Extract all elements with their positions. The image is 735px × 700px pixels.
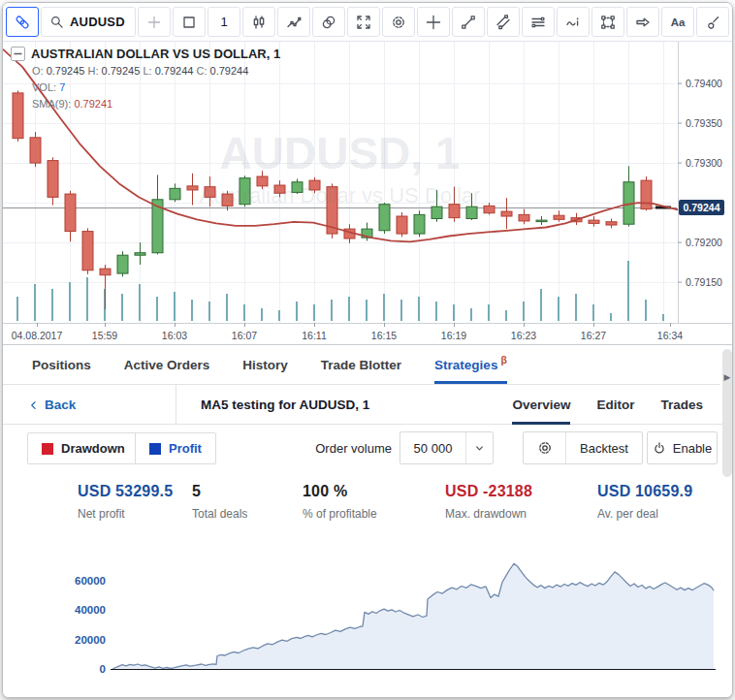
stat-label: Max. drawdown xyxy=(445,507,532,521)
sma-label: SMA(9): xyxy=(32,98,71,110)
add-button[interactable] xyxy=(138,7,171,37)
volume-bar xyxy=(592,304,594,321)
low-value: 0.79244 xyxy=(155,65,194,77)
tab-history[interactable]: History xyxy=(242,345,288,384)
panel-scrollbar[interactable]: ▶ xyxy=(722,349,732,477)
symbol-search-box[interactable]: AUDUSD xyxy=(41,7,136,37)
volume-bar xyxy=(645,300,647,321)
arrow-button[interactable] xyxy=(626,7,659,37)
interval-button[interactable]: 1 xyxy=(208,7,240,37)
volume-bar xyxy=(366,300,368,321)
volume-bar xyxy=(435,302,437,321)
candle xyxy=(187,186,198,190)
collapse-legend-button[interactable] xyxy=(11,47,25,61)
volume-bar xyxy=(34,284,36,321)
parallel-channel-button[interactable] xyxy=(487,7,520,37)
horizontal-lines-button[interactable] xyxy=(522,7,555,37)
link-button[interactable] xyxy=(6,7,39,37)
stat-total-deals: 5Total deals xyxy=(192,483,247,521)
chevron-left-icon xyxy=(28,399,40,411)
compare-button[interactable] xyxy=(312,7,345,37)
price-chart-section[interactable]: AUDUSD, 1 Australian Dollar vs US Dollar… xyxy=(3,42,733,344)
text-button[interactable]: Aa xyxy=(661,7,694,37)
crosshair-icon xyxy=(426,15,441,30)
trend-line-button[interactable] xyxy=(452,7,485,37)
strategy-subtabs: OverviewEditorTrades xyxy=(512,385,703,425)
settings-icon xyxy=(391,15,406,30)
volume-bar xyxy=(261,308,263,321)
close-label: C: xyxy=(196,65,207,77)
stat-av-per-deal: USD 10659.9Av. per deal xyxy=(597,483,692,521)
candle xyxy=(606,222,617,225)
volume-bar xyxy=(331,300,333,321)
enable-button[interactable]: Enable xyxy=(647,431,718,464)
back-button[interactable]: Back xyxy=(28,385,76,425)
time-axis-label: 16:03 xyxy=(162,330,187,341)
candle xyxy=(30,138,41,163)
time-axis-label: 16:34 xyxy=(657,330,683,341)
subtab-trades[interactable]: Trades xyxy=(660,385,703,425)
candle xyxy=(100,269,111,275)
back-label: Back xyxy=(45,398,76,412)
equity-axis-label: 40000 xyxy=(75,604,106,616)
candle xyxy=(205,187,215,198)
volume-bar xyxy=(627,261,629,321)
candle xyxy=(222,194,233,206)
annotation-button[interactable] xyxy=(557,7,590,37)
settings-button[interactable] xyxy=(382,7,415,37)
crosshair-button[interactable] xyxy=(417,7,450,37)
strategy-settings-button[interactable] xyxy=(524,432,566,463)
brush-button[interactable] xyxy=(696,7,729,37)
candle xyxy=(641,180,652,209)
link-icon xyxy=(15,15,30,30)
sma-row: SMA(9): 0.79241 xyxy=(32,97,280,111)
profit-chip-label: Profit xyxy=(169,441,202,456)
time-axis-label: 16:11 xyxy=(302,330,327,341)
order-volume-select[interactable]: 50 000 xyxy=(399,431,494,464)
open-label: O: xyxy=(32,65,44,77)
fullscreen-icon xyxy=(356,15,371,30)
candle xyxy=(449,205,460,218)
candlesticks-button[interactable] xyxy=(242,7,275,37)
backtest-button[interactable]: Backtest xyxy=(566,432,642,463)
tab-positions[interactable]: Positions xyxy=(32,345,91,384)
candle xyxy=(501,211,512,216)
stat-value: 100 % xyxy=(303,483,377,500)
volume-bar xyxy=(313,304,315,321)
drawdown-chip-label: Drawdown xyxy=(61,441,125,456)
series-toggle-profit[interactable]: Profit xyxy=(135,432,216,464)
series-toggle-drawdown[interactable]: Drawdown xyxy=(27,432,140,464)
volume-bar xyxy=(156,297,158,321)
candle xyxy=(554,215,564,219)
equity-axis-label: 0 xyxy=(100,663,106,675)
indicators-button[interactable] xyxy=(277,7,310,37)
candle xyxy=(589,220,599,223)
volume-bar xyxy=(488,304,490,321)
tab-trade-blotter[interactable]: Trade Blotter xyxy=(321,345,401,384)
instrument-title: AUSTRALIAN DOLLAR VS US DOLLAR, 1 xyxy=(31,48,280,61)
volume-bar xyxy=(662,314,664,321)
brush-icon xyxy=(705,15,720,30)
indicators-icon xyxy=(286,15,302,30)
time-axis-label: 16:19 xyxy=(441,330,466,341)
time-axis-label: 16:07 xyxy=(232,330,257,341)
divider xyxy=(176,385,176,424)
tab-strategies[interactable]: Strategiesβ xyxy=(434,345,507,384)
volume-bar xyxy=(383,294,385,321)
tab-active-orders[interactable]: Active Orders xyxy=(124,345,210,384)
stat--of-profitable: 100 %% of profitable xyxy=(303,483,377,521)
strategy-controls-row: Drawdown Profit Order volume 50 000 Back… xyxy=(3,425,733,471)
volume-bar xyxy=(470,308,472,321)
subtab-overview[interactable]: Overview xyxy=(512,385,570,425)
subtab-editor[interactable]: Editor xyxy=(596,385,634,425)
rectangle-select-button[interactable] xyxy=(591,7,624,37)
fullscreen-button[interactable] xyxy=(347,7,380,37)
volume-bar xyxy=(575,294,577,321)
volume-bar xyxy=(296,302,298,321)
equity-axis-label: 20000 xyxy=(75,634,106,646)
equity-canvas: 0200004000060000 xyxy=(3,539,732,684)
open-value: 0.79245 xyxy=(47,65,85,77)
square-button[interactable] xyxy=(173,7,206,37)
trend-line-icon xyxy=(461,15,476,30)
volume-bar xyxy=(278,310,280,321)
